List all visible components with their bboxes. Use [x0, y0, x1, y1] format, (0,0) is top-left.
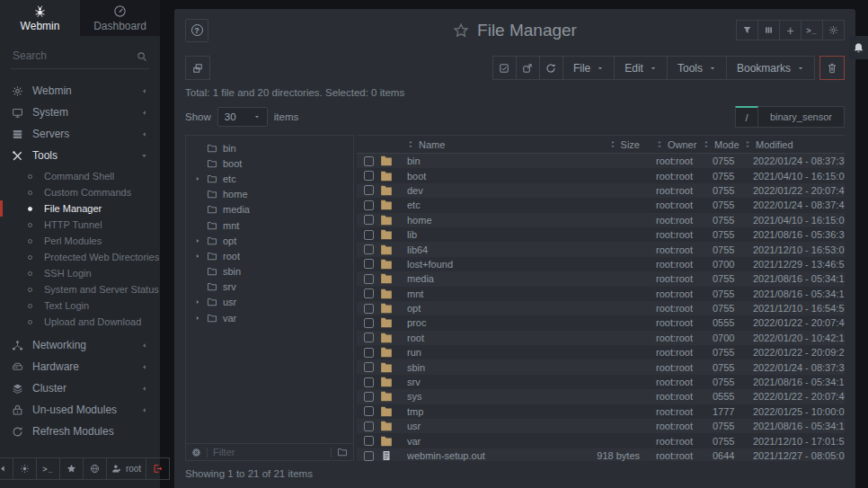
export-button[interactable]	[516, 56, 540, 80]
tree-item[interactable]: boot	[186, 155, 353, 171]
row-checkbox[interactable]	[364, 333, 374, 342]
select-view-button[interactable]	[185, 56, 210, 80]
trash-button[interactable]	[819, 56, 845, 80]
tree-item[interactable]: srv	[186, 279, 353, 295]
favorite-star-icon[interactable]	[453, 22, 469, 39]
row-checkbox[interactable]	[364, 230, 374, 240]
row-checkbox[interactable]	[364, 406, 374, 416]
row-checkbox[interactable]	[364, 304, 374, 314]
sidebar-menu-item[interactable]: Webmin	[0, 80, 160, 102]
favorites-button[interactable]	[59, 457, 84, 480]
sidebar-submenu-item[interactable]: System and Server Status	[0, 281, 160, 297]
column-header-owner[interactable]: Owner	[668, 139, 696, 150]
row-checkbox[interactable]	[364, 156, 374, 166]
row-checkbox[interactable]	[364, 185, 374, 195]
file-name[interactable]: var	[407, 436, 564, 447]
table-row[interactable]: sbin root:root 0755 2022/01/24 - 08:37:3…	[357, 359, 845, 374]
table-row[interactable]: home root:root 0755 2021/04/10 - 16:15:0…	[357, 213, 845, 227]
table-row[interactable]: usr root:root 0755 2021/08/16 - 05:34:12	[357, 419, 845, 433]
row-checkbox[interactable]	[364, 259, 374, 269]
notifications-tab[interactable]	[849, 36, 868, 59]
row-checkbox[interactable]	[364, 288, 374, 298]
sidebar-menu-item[interactable]: Cluster	[0, 377, 160, 399]
table-row[interactable]: opt root:root 0755 2021/12/10 - 16:54:57	[357, 301, 845, 315]
sidebar-submenu-item[interactable]: Perl Modules	[0, 233, 160, 249]
breadcrumb-path[interactable]: binary_sensor	[758, 106, 845, 128]
file-name[interactable]: mnt	[407, 288, 564, 299]
file-menu[interactable]: File	[562, 56, 615, 80]
table-row[interactable]: etc root:root 0755 2022/01/24 - 08:37:42	[357, 198, 845, 212]
expand-arrow-icon[interactable]	[194, 237, 201, 244]
file-name[interactable]: bin	[407, 155, 564, 166]
row-checkbox[interactable]	[364, 451, 374, 461]
file-name[interactable]: sys	[407, 391, 564, 402]
tree-item[interactable]: mnt	[186, 217, 353, 233]
column-header-modified[interactable]: Modified	[756, 139, 793, 150]
file-name[interactable]: webmin-setup.out	[407, 450, 564, 461]
table-row[interactable]: lib root:root 0755 2021/08/16 - 05:36:30	[357, 227, 845, 242]
sidebar-submenu-item[interactable]: SSH Login	[0, 265, 160, 281]
tree-item[interactable]: usr	[186, 295, 353, 310]
tree-item[interactable]: opt	[186, 233, 353, 248]
file-name[interactable]: opt	[407, 303, 564, 314]
collapse-sidebar-button[interactable]	[0, 457, 13, 480]
sidebar-menu-item[interactable]: Tools	[0, 145, 160, 166]
file-name[interactable]: dev	[407, 185, 564, 196]
sidebar-menu-item[interactable]: Refresh Modules	[0, 421, 160, 442]
column-header-mode[interactable]: Mode	[714, 139, 740, 150]
row-checkbox[interactable]	[364, 348, 374, 358]
bookmarks-menu[interactable]: Bookmarks	[726, 56, 815, 80]
columns-button[interactable]	[757, 20, 780, 40]
page-size-select[interactable]: 30	[217, 107, 268, 127]
folder-icon[interactable]	[337, 447, 348, 457]
expand-arrow-icon[interactable]	[194, 253, 201, 260]
file-name[interactable]: etc	[407, 200, 564, 210]
file-name[interactable]: lost+found	[407, 259, 564, 270]
sidebar-menu-item[interactable]: System	[0, 102, 160, 123]
table-row[interactable]: boot root:root 0755 2021/04/10 - 16:15:0…	[357, 168, 845, 182]
row-checkbox[interactable]	[364, 421, 374, 431]
select-all-button[interactable]	[492, 56, 517, 80]
table-row[interactable]: root root:root 0700 2022/01/20 - 10:42:1…	[357, 331, 845, 345]
clear-filter-icon[interactable]	[191, 448, 201, 457]
tools-menu[interactable]: Tools	[667, 56, 727, 80]
refresh-button[interactable]	[539, 56, 563, 80]
table-row[interactable]: lib64 root:root 0755 2021/12/10 - 16:53:…	[357, 242, 845, 256]
row-checkbox[interactable]	[364, 318, 374, 328]
table-row[interactable]: dev root:root 0755 2022/01/22 - 20:07:49	[357, 183, 845, 198]
help-button[interactable]: ?	[185, 19, 208, 42]
sidebar-menu-item[interactable]: Un-used Modules	[0, 399, 160, 421]
column-header-name[interactable]: Name	[419, 139, 445, 150]
table-row[interactable]: sys root:root 0555 2022/01/22 - 20:07:40	[357, 389, 845, 404]
file-name[interactable]: home	[407, 215, 564, 226]
row-checkbox[interactable]	[364, 200, 374, 210]
file-name[interactable]: run	[407, 347, 564, 358]
expand-arrow-icon[interactable]	[194, 315, 201, 322]
edit-menu[interactable]: Edit	[614, 56, 668, 80]
table-row[interactable]: webmin-setup.out 918 bytes root:root 064…	[357, 448, 845, 461]
terminal-button[interactable]: >_	[36, 457, 60, 480]
row-checkbox[interactable]	[364, 436, 374, 446]
tree-item[interactable]: root	[186, 248, 353, 263]
file-name[interactable]: proc	[407, 317, 564, 328]
sidebar-submenu-item[interactable]: HTTP Tunnel	[0, 217, 160, 233]
table-row[interactable]: var root:root 0755 2021/12/10 - 17:01:55	[357, 433, 845, 448]
row-checkbox[interactable]	[364, 362, 374, 372]
sort-icon[interactable]	[407, 139, 414, 149]
file-name[interactable]: lib64	[407, 244, 564, 255]
search-input[interactable]	[11, 44, 149, 69]
table-row[interactable]: run root:root 0755 2022/01/22 - 20:09:21	[357, 345, 845, 359]
tree-item[interactable]: var	[186, 310, 353, 325]
row-checkbox[interactable]	[364, 171, 374, 181]
tree-item[interactable]: etc	[186, 171, 353, 186]
sidebar-submenu-item[interactable]: File Manager	[0, 200, 160, 217]
file-name[interactable]: boot	[407, 171, 564, 182]
table-row[interactable]: bin root:root 0755 2022/01/24 - 08:37:31	[357, 154, 845, 168]
file-name[interactable]: tmp	[407, 406, 564, 417]
file-name[interactable]: media	[407, 273, 564, 284]
file-name[interactable]: usr	[407, 421, 564, 431]
settings-button[interactable]	[822, 20, 845, 40]
sort-icon[interactable]	[703, 139, 710, 149]
sort-icon[interactable]	[656, 139, 663, 149]
file-name[interactable]: root	[407, 333, 564, 343]
